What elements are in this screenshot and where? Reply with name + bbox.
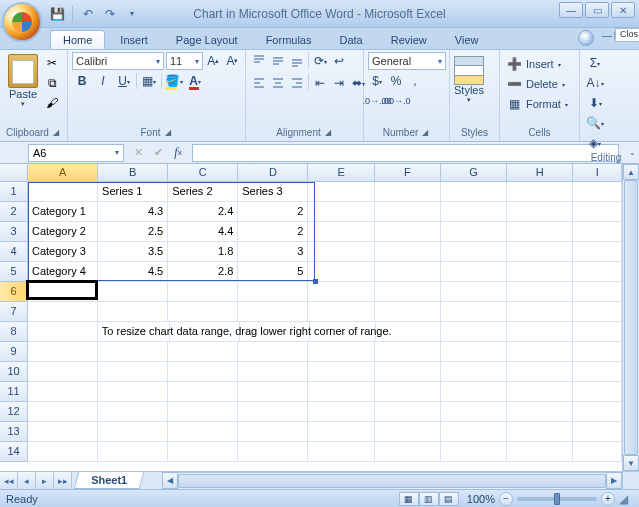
comma-format-icon[interactable]: ,	[406, 72, 424, 90]
autosum-icon[interactable]: Σ▾	[584, 54, 606, 72]
cell-D4[interactable]: 3	[238, 242, 308, 262]
cell-D1[interactable]: Series 3	[238, 182, 308, 202]
cell-B8[interactable]: To resize chart data range, drag lower r…	[98, 322, 170, 342]
row-header-3[interactable]: 3	[0, 222, 28, 242]
paste-button[interactable]: Paste ▾	[4, 52, 42, 127]
cell-F10[interactable]	[375, 362, 441, 382]
close-button[interactable]: ✕	[611, 2, 635, 18]
column-header-F[interactable]: F	[375, 164, 441, 182]
cell-I8[interactable]	[573, 322, 622, 342]
cell-D9[interactable]	[238, 342, 308, 362]
cell-B3[interactable]: 2.5	[98, 222, 168, 242]
row-header-7[interactable]: 7	[0, 302, 28, 322]
row-header-12[interactable]: 12	[0, 402, 28, 422]
select-all-corner[interactable]	[0, 164, 28, 182]
cell-H5[interactable]	[507, 262, 573, 282]
cell-A8[interactable]	[28, 322, 98, 342]
office-button[interactable]	[2, 2, 42, 42]
cell-E4[interactable]	[308, 242, 374, 262]
orientation-icon[interactable]: ⟳▾	[311, 52, 329, 70]
cell-C13[interactable]	[168, 422, 238, 442]
cell-B9[interactable]	[98, 342, 168, 362]
tab-nav-last-icon[interactable]: ▸▸	[54, 472, 72, 489]
cell-G3[interactable]	[441, 222, 507, 242]
cell-G7[interactable]	[441, 302, 507, 322]
cell-B10[interactable]	[98, 362, 168, 382]
cell-G2[interactable]	[441, 202, 507, 222]
cell-E3[interactable]	[308, 222, 374, 242]
accounting-format-icon[interactable]: $▾	[368, 72, 386, 90]
cell-H1[interactable]	[507, 182, 573, 202]
cell-I6[interactable]	[573, 282, 622, 302]
cell-A5[interactable]: Category 4	[28, 262, 98, 282]
tab-nav-prev-icon[interactable]: ◂	[18, 472, 36, 489]
cancel-formula-icon[interactable]: ✕	[128, 144, 148, 162]
number-dialog-launcher-icon[interactable]: ◢	[420, 128, 430, 138]
cell-I9[interactable]	[573, 342, 622, 362]
cell-H12[interactable]	[507, 402, 573, 422]
scroll-up-icon[interactable]: ▲	[623, 164, 639, 180]
cell-B13[interactable]	[98, 422, 168, 442]
page-layout-view-icon[interactable]: ▥	[419, 492, 439, 506]
cell-F2[interactable]	[375, 202, 441, 222]
percent-format-icon[interactable]: %	[387, 72, 405, 90]
cell-I10[interactable]	[573, 362, 622, 382]
column-header-D[interactable]: D	[238, 164, 308, 182]
cell-E13[interactable]	[308, 422, 374, 442]
vertical-scrollbar[interactable]: ▲ ▼	[622, 164, 639, 471]
cut-icon[interactable]: ✂	[42, 54, 62, 72]
clear-icon[interactable]: ◈▾	[584, 134, 606, 152]
cell-G11[interactable]	[441, 382, 507, 402]
cell-A12[interactable]	[28, 402, 98, 422]
cell-E7[interactable]	[308, 302, 374, 322]
cell-H2[interactable]	[507, 202, 573, 222]
scroll-down-icon[interactable]: ▼	[623, 455, 639, 471]
resize-grip-icon[interactable]: ◢	[619, 492, 633, 506]
row-header-10[interactable]: 10	[0, 362, 28, 382]
tab-nav-next-icon[interactable]: ▸	[36, 472, 54, 489]
insert-function-icon[interactable]: fx	[168, 144, 188, 162]
align-middle-icon[interactable]	[269, 52, 287, 70]
align-top-icon[interactable]	[250, 52, 268, 70]
cell-C11[interactable]	[168, 382, 238, 402]
underline-button[interactable]: U▾	[114, 72, 134, 90]
format-painter-icon[interactable]: 🖌	[42, 94, 62, 112]
cell-C9[interactable]	[168, 342, 238, 362]
align-right-icon[interactable]	[288, 74, 306, 92]
cell-F9[interactable]	[375, 342, 441, 362]
delete-cells-button[interactable]: ➖Delete▾	[504, 74, 568, 94]
fill-icon[interactable]: ⬇▾	[584, 94, 606, 112]
row-header-13[interactable]: 13	[0, 422, 28, 442]
column-header-C[interactable]: C	[168, 164, 238, 182]
tab-page-layout[interactable]: Page Layout	[163, 30, 251, 49]
cell-E10[interactable]	[308, 362, 374, 382]
cell-A10[interactable]	[28, 362, 98, 382]
cell-F4[interactable]	[375, 242, 441, 262]
cell-A1[interactable]	[28, 182, 98, 202]
cell-F12[interactable]	[375, 402, 441, 422]
cell-A7[interactable]	[28, 302, 98, 322]
cell-E14[interactable]	[308, 442, 374, 462]
cell-H4[interactable]	[507, 242, 573, 262]
help-icon[interactable]: ?	[578, 30, 594, 46]
row-header-4[interactable]: 4	[0, 242, 28, 262]
row-header-5[interactable]: 5	[0, 262, 28, 282]
cell-I1[interactable]	[573, 182, 622, 202]
cell-E12[interactable]	[308, 402, 374, 422]
row-header-11[interactable]: 11	[0, 382, 28, 402]
cell-I12[interactable]	[573, 402, 622, 422]
mdi-minimize-icon[interactable]: —	[602, 30, 612, 46]
cell-E5[interactable]	[308, 262, 374, 282]
cell-G1[interactable]	[441, 182, 507, 202]
grow-font-icon[interactable]: A▴	[205, 52, 222, 70]
alignment-dialog-launcher-icon[interactable]: ◢	[323, 128, 333, 138]
cell-D2[interactable]: 2	[238, 202, 308, 222]
cell-I13[interactable]	[573, 422, 622, 442]
column-header-I[interactable]: I	[573, 164, 622, 182]
cell-G10[interactable]	[441, 362, 507, 382]
cell-H14[interactable]	[507, 442, 573, 462]
cell-D13[interactable]	[238, 422, 308, 442]
cell-C10[interactable]	[168, 362, 238, 382]
cell-E11[interactable]	[308, 382, 374, 402]
zoom-in-button[interactable]: +	[601, 492, 615, 506]
